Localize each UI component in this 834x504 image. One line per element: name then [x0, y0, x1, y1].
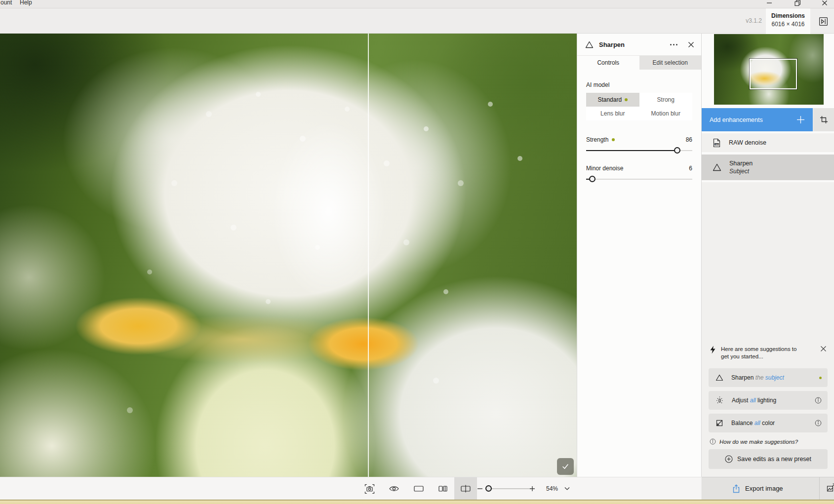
suggestion-word: Adjust	[732, 397, 748, 404]
model-motion-blur-button[interactable]: Motion blur	[639, 107, 693, 120]
svg-text:RAW: RAW	[715, 143, 719, 145]
enhancement-raw-denoise[interactable]: RAW RAW denoise	[702, 133, 834, 152]
model-lens-blur-button[interactable]: Lens blur	[586, 107, 639, 120]
minor-denoise-row: Minor denoise 6	[586, 165, 692, 172]
applied-status-dot	[819, 377, 822, 379]
enhancement-title: Sharpen	[729, 160, 753, 167]
panel-tabs: Controls Edit selection	[577, 55, 701, 70]
sharpen-triangle-icon	[713, 163, 721, 171]
model-strong-button[interactable]: Strong	[639, 93, 693, 107]
model-lens-blur-label: Lens blur	[600, 110, 625, 117]
how-suggestions-link[interactable]: How do we make suggestions?	[710, 438, 798, 445]
suggestion-word-link[interactable]: all	[755, 420, 760, 426]
crop-button[interactable]	[813, 108, 834, 131]
zoom-in-button[interactable]	[522, 477, 542, 500]
water-droplets-decor	[0, 34, 3, 37]
dimensions-value: 6016 × 4016	[766, 21, 810, 28]
panel-body: AI model Standard Strong Lens blur Motio…	[577, 70, 701, 183]
info-icon[interactable]	[815, 420, 822, 426]
enhancement-title: RAW denoise	[729, 139, 766, 146]
suggestion-word-link[interactable]: subject	[765, 374, 784, 381]
model-strong-label: Strong	[657, 96, 675, 103]
chevron-down-icon[interactable]	[564, 485, 570, 492]
minimize-button[interactable]	[764, 0, 775, 8]
side-by-side-view-button[interactable]	[432, 477, 454, 500]
enhancement-scope: Subject	[729, 168, 753, 175]
maximize-button[interactable]	[792, 0, 803, 8]
info-icon[interactable]	[815, 397, 822, 404]
export-image-button[interactable]: Export image	[732, 484, 783, 493]
strength-slider[interactable]	[586, 147, 692, 154]
navigator-zone	[702, 34, 834, 108]
lightning-bolt-icon	[710, 346, 716, 360]
suggestion-word-muted: the	[755, 374, 764, 381]
sharpen-panel: Sharpen Controls Edit selection AI model…	[577, 34, 701, 477]
sharpen-triangle-icon	[585, 41, 594, 48]
ai-model-label: AI model	[586, 81, 692, 88]
raw-file-icon: RAW	[713, 138, 721, 148]
dimensions-box: Dimensions 6016 × 4016	[766, 8, 810, 34]
bottom-toolbar: 54%	[0, 477, 701, 500]
panel-menu-icon[interactable]	[670, 44, 677, 45]
strength-label: Strength	[586, 136, 608, 143]
image-canvas[interactable]	[0, 34, 577, 477]
export-icon	[732, 484, 740, 493]
menu-item-help[interactable]: Help	[20, 0, 32, 7]
compare-split-divider[interactable]	[368, 34, 369, 477]
suggestion-word-link[interactable]: all	[750, 397, 756, 404]
menu-bar: ount Help	[0, 0, 834, 8]
minor-denoise-label: Minor denoise	[586, 165, 623, 172]
suggestion-sharpen-subject[interactable]: Sharpen the subject	[709, 368, 828, 387]
plus-icon	[796, 116, 805, 124]
info-icon	[710, 438, 716, 445]
suggestions-close-icon[interactable]	[820, 346, 827, 360]
menu-item-account[interactable]: ount	[0, 0, 12, 7]
minor-denoise-slider[interactable]	[586, 176, 692, 183]
crop-icon	[820, 116, 828, 124]
app-version: v3.1.2	[746, 17, 762, 24]
suggestions-header-text: Here are some suggestions to get you sta…	[721, 346, 805, 360]
enhancement-sharpen[interactable]: Sharpen Subject	[702, 155, 834, 180]
model-standard-label: Standard	[597, 96, 622, 103]
export-image-label: Export image	[745, 485, 783, 492]
strength-status-dot	[612, 138, 615, 141]
collapse-panel-icon[interactable]	[816, 15, 830, 28]
photo-preview	[0, 34, 577, 477]
export-image-external-icon[interactable]	[826, 483, 834, 493]
dimensions-label: Dimensions	[766, 12, 810, 19]
save-preset-button[interactable]: Save edits as a new preset	[709, 449, 828, 469]
suggestion-word: color	[762, 420, 775, 426]
single-view-button[interactable]	[407, 477, 430, 500]
suggestion-word: lighting	[757, 397, 776, 404]
suggestion-adjust-lighting[interactable]: Adjust all lighting	[709, 391, 828, 410]
model-standard-button[interactable]: Standard	[586, 93, 639, 107]
lighting-icon	[715, 396, 724, 405]
app-window: ount Help v3.1.2 Dimensions 6016 × 4016	[0, 0, 834, 504]
tab-edit-selection[interactable]: Edit selection	[639, 56, 702, 70]
zoom-level-value[interactable]: 54%	[541, 485, 563, 492]
bottom-edge-strip	[0, 500, 834, 504]
suggestion-word: Sharpen	[731, 374, 754, 381]
add-enhancements-label: Add enhancements	[710, 116, 763, 123]
panel-title: Sharpen	[599, 41, 665, 48]
export-bar: Export image	[702, 477, 834, 500]
apply-check-button[interactable]	[557, 458, 574, 475]
suggestion-balance-color[interactable]: Balance all color	[709, 414, 828, 432]
tab-controls[interactable]: Controls	[577, 56, 639, 70]
show-original-eye-icon[interactable]	[383, 477, 405, 500]
panel-close-icon[interactable]	[688, 41, 694, 48]
minor-denoise-value: 6	[689, 165, 692, 172]
navigator-viewport-rect[interactable]	[750, 59, 797, 89]
standard-status-dot	[625, 98, 628, 101]
strength-row: Strength 86	[586, 136, 692, 143]
top-toolbar: v3.1.2 Dimensions 6016 × 4016	[0, 8, 834, 34]
add-enhancements-button[interactable]: Add enhancements	[702, 108, 813, 131]
autopilot-preview-button[interactable]	[358, 477, 381, 500]
close-icon[interactable]	[819, 0, 830, 8]
zoom-slider-knob[interactable]	[485, 485, 492, 492]
how-suggestions-text: How do we make suggestions?	[719, 439, 798, 445]
ai-model-grid: Standard Strong Lens blur Motion blur	[586, 93, 692, 120]
right-sidebar: Add enhancements RAW RAW denoise Sharpen	[701, 34, 834, 477]
navigator-thumbnail[interactable]	[714, 34, 824, 105]
strength-value: 86	[686, 136, 692, 143]
